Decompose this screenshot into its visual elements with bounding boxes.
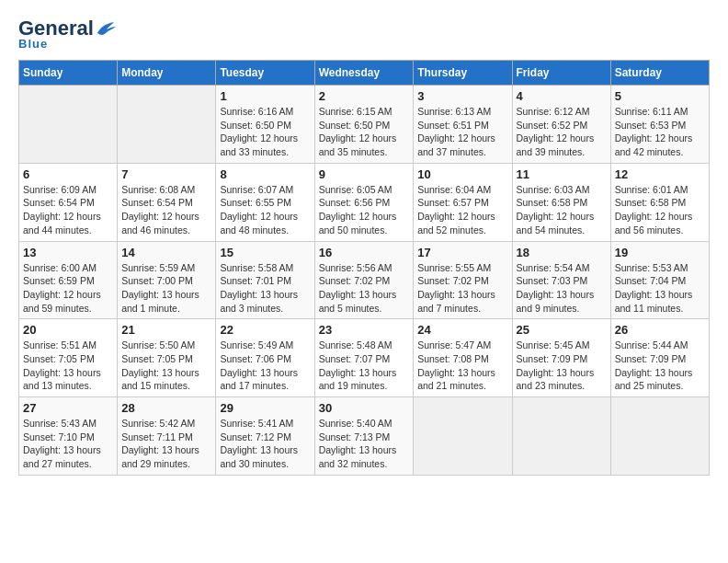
calendar-week-row: 13Sunrise: 6:00 AM Sunset: 6:59 PM Dayli… [19,241,710,319]
logo: General Blue [18,18,116,51]
day-info: Sunrise: 5:49 AM Sunset: 7:06 PM Dayligh… [220,339,310,393]
calendar-cell: 3Sunrise: 6:13 AM Sunset: 6:51 PM Daylig… [414,86,512,164]
day-number: 20 [23,323,113,337]
day-number: 10 [417,167,507,181]
day-info: Sunrise: 5:41 AM Sunset: 7:12 PM Dayligh… [220,417,310,471]
calendar-cell: 20Sunrise: 5:51 AM Sunset: 7:05 PM Dayli… [19,319,118,397]
calendar-cell: 4Sunrise: 6:12 AM Sunset: 6:52 PM Daylig… [512,86,610,164]
day-info: Sunrise: 5:55 AM Sunset: 7:02 PM Dayligh… [417,261,507,316]
day-info: Sunrise: 5:51 AM Sunset: 7:05 PM Dayligh… [23,339,113,393]
day-number: 17 [417,246,507,259]
day-number: 5 [615,89,705,103]
logo-text: General [18,18,116,39]
day-number: 13 [23,246,113,259]
logo-bird-icon [96,20,116,37]
day-of-week-header: Thursday [414,61,512,86]
calendar-cell: 6Sunrise: 6:09 AM Sunset: 6:54 PM Daylig… [19,163,118,241]
calendar-cell: 2Sunrise: 6:15 AM Sunset: 6:50 PM Daylig… [314,86,414,164]
day-info: Sunrise: 5:56 AM Sunset: 7:02 PM Dayligh… [319,261,410,316]
day-info: Sunrise: 5:54 AM Sunset: 7:03 PM Dayligh… [517,261,607,316]
day-info: Sunrise: 6:08 AM Sunset: 6:54 PM Dayligh… [121,183,211,237]
calendar-cell: 5Sunrise: 6:11 AM Sunset: 6:53 PM Daylig… [610,86,709,164]
day-number: 26 [615,323,705,337]
day-number: 27 [23,401,113,415]
calendar-cell: 21Sunrise: 5:50 AM Sunset: 7:05 PM Dayli… [118,319,216,397]
calendar-cell: 19Sunrise: 5:53 AM Sunset: 7:04 PM Dayli… [610,241,709,319]
day-info: Sunrise: 6:03 AM Sunset: 6:58 PM Dayligh… [517,183,607,237]
day-info: Sunrise: 6:00 AM Sunset: 6:59 PM Dayligh… [23,261,113,316]
day-number: 30 [319,401,410,415]
logo-subtext: Blue [18,37,48,51]
day-info: Sunrise: 6:16 AM Sunset: 6:50 PM Dayligh… [220,105,310,159]
day-number: 9 [319,167,410,181]
day-number: 21 [121,323,211,337]
day-info: Sunrise: 5:40 AM Sunset: 7:13 PM Dayligh… [319,417,410,471]
calendar-cell: 17Sunrise: 5:55 AM Sunset: 7:02 PM Dayli… [414,241,512,319]
calendar-cell: 30Sunrise: 5:40 AM Sunset: 7:13 PM Dayli… [314,397,414,476]
day-number: 7 [121,167,211,181]
day-number: 28 [121,401,211,415]
day-number: 14 [121,246,211,259]
day-of-week-header: Monday [118,61,216,86]
calendar-cell: 13Sunrise: 6:00 AM Sunset: 6:59 PM Dayli… [19,241,118,319]
day-info: Sunrise: 5:59 AM Sunset: 7:00 PM Dayligh… [121,261,211,316]
calendar-cell: 26Sunrise: 5:44 AM Sunset: 7:09 PM Dayli… [610,319,709,397]
calendar-week-row: 20Sunrise: 5:51 AM Sunset: 7:05 PM Dayli… [19,319,710,397]
day-of-week-header: Saturday [610,61,709,86]
calendar-cell: 28Sunrise: 5:42 AM Sunset: 7:11 PM Dayli… [118,397,216,476]
day-info: Sunrise: 6:07 AM Sunset: 6:55 PM Dayligh… [220,183,310,237]
calendar-week-row: 27Sunrise: 5:43 AM Sunset: 7:10 PM Dayli… [19,397,710,476]
day-number: 6 [23,167,113,181]
day-info: Sunrise: 6:13 AM Sunset: 6:51 PM Dayligh… [417,105,507,159]
day-info: Sunrise: 5:42 AM Sunset: 7:11 PM Dayligh… [121,417,211,471]
page-header: General Blue [18,18,710,51]
day-number: 2 [319,89,410,103]
calendar-cell: 1Sunrise: 6:16 AM Sunset: 6:50 PM Daylig… [216,86,314,164]
day-of-week-header: Wednesday [314,61,414,86]
calendar-cell: 27Sunrise: 5:43 AM Sunset: 7:10 PM Dayli… [19,397,118,476]
calendar-cell: 23Sunrise: 5:48 AM Sunset: 7:07 PM Dayli… [314,319,414,397]
day-info: Sunrise: 6:09 AM Sunset: 6:54 PM Dayligh… [23,183,113,237]
day-number: 18 [517,246,607,259]
day-number: 19 [615,246,705,259]
calendar-cell: 24Sunrise: 5:47 AM Sunset: 7:08 PM Dayli… [414,319,512,397]
day-number: 12 [615,167,705,181]
calendar-cell: 15Sunrise: 5:58 AM Sunset: 7:01 PM Dayli… [216,241,314,319]
calendar-cell [118,86,216,164]
calendar-cell: 29Sunrise: 5:41 AM Sunset: 7:12 PM Dayli… [216,397,314,476]
calendar-cell: 9Sunrise: 6:05 AM Sunset: 6:56 PM Daylig… [314,163,414,241]
day-number: 29 [220,401,310,415]
day-number: 25 [517,323,607,337]
calendar-cell: 11Sunrise: 6:03 AM Sunset: 6:58 PM Dayli… [512,163,610,241]
calendar-table: SundayMondayTuesdayWednesdayThursdayFrid… [18,60,710,476]
day-info: Sunrise: 5:48 AM Sunset: 7:07 PM Dayligh… [319,339,410,393]
day-info: Sunrise: 5:58 AM Sunset: 7:01 PM Dayligh… [220,261,310,316]
calendar-week-row: 1Sunrise: 6:16 AM Sunset: 6:50 PM Daylig… [19,86,710,164]
calendar-cell [512,397,610,476]
day-info: Sunrise: 5:45 AM Sunset: 7:09 PM Dayligh… [517,339,607,393]
day-number: 3 [417,89,507,103]
calendar-cell [19,86,118,164]
calendar-cell: 18Sunrise: 5:54 AM Sunset: 7:03 PM Dayli… [512,241,610,319]
day-info: Sunrise: 6:01 AM Sunset: 6:58 PM Dayligh… [615,183,705,237]
day-number: 8 [220,167,310,181]
calendar-cell: 12Sunrise: 6:01 AM Sunset: 6:58 PM Dayli… [610,163,709,241]
day-info: Sunrise: 5:53 AM Sunset: 7:04 PM Dayligh… [615,261,705,316]
calendar-week-row: 6Sunrise: 6:09 AM Sunset: 6:54 PM Daylig… [19,163,710,241]
day-info: Sunrise: 5:43 AM Sunset: 7:10 PM Dayligh… [23,417,113,471]
calendar-cell: 14Sunrise: 5:59 AM Sunset: 7:00 PM Dayli… [118,241,216,319]
calendar-cell: 8Sunrise: 6:07 AM Sunset: 6:55 PM Daylig… [216,163,314,241]
calendar-cell: 10Sunrise: 6:04 AM Sunset: 6:57 PM Dayli… [414,163,512,241]
day-number: 11 [517,167,607,181]
day-number: 23 [319,323,410,337]
day-info: Sunrise: 6:12 AM Sunset: 6:52 PM Dayligh… [517,105,607,159]
day-info: Sunrise: 6:05 AM Sunset: 6:56 PM Dayligh… [319,183,410,237]
day-info: Sunrise: 6:15 AM Sunset: 6:50 PM Dayligh… [319,105,410,159]
day-number: 16 [319,246,410,259]
day-info: Sunrise: 5:44 AM Sunset: 7:09 PM Dayligh… [615,339,705,393]
day-info: Sunrise: 5:47 AM Sunset: 7:08 PM Dayligh… [417,339,507,393]
day-of-week-header: Tuesday [216,61,314,86]
calendar-cell: 25Sunrise: 5:45 AM Sunset: 7:09 PM Dayli… [512,319,610,397]
day-number: 22 [220,323,310,337]
calendar-cell: 16Sunrise: 5:56 AM Sunset: 7:02 PM Dayli… [314,241,414,319]
